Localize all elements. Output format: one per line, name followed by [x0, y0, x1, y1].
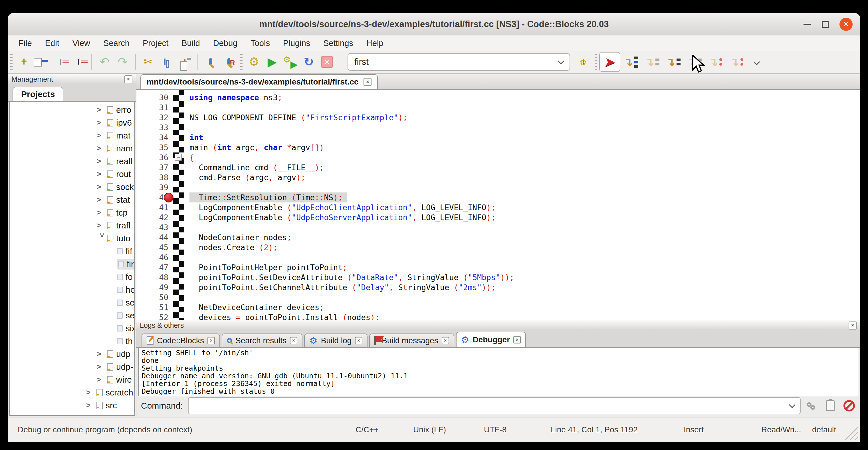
copy-button[interactable]	[157, 53, 176, 71]
tree-chevron-closed-icon[interactable]: >	[97, 195, 107, 204]
step-into-instruction-button[interactable]: ↴	[726, 52, 747, 72]
close-button[interactable]: ✕	[839, 18, 852, 31]
stop-button[interactable]	[841, 397, 857, 414]
code-line-49[interactable]: 49 pointToPoint.SetChannelAttribute ("De…	[136, 282, 860, 292]
build-and-run-button[interactable]: ⚙▶	[281, 53, 300, 71]
minimize-button[interactable]	[804, 24, 811, 25]
replace-button[interactable]: R	[220, 53, 238, 71]
find-button[interactable]	[202, 53, 220, 71]
tree-chevron-closed-icon[interactable]: >	[97, 157, 107, 166]
code-line-33[interactable]: 33	[136, 122, 860, 132]
tree-item-th[interactable]: th	[10, 335, 134, 348]
toolbar-drag-handle[interactable]	[10, 54, 12, 70]
code-line-43[interactable]: 43	[136, 222, 860, 233]
command-input[interactable]	[188, 397, 801, 414]
paste-button[interactable]	[176, 53, 194, 71]
log-tab-build-messages[interactable]: Build messages×	[369, 333, 454, 347]
tree-item-stat[interactable]: >stat	[10, 193, 134, 206]
code-line-41[interactable]: 41 LogComponentEnable ("UdpEchoClientApp…	[136, 203, 860, 212]
code-line-40[interactable]: 40 Time::SetResolution (Time::NS);	[136, 192, 860, 203]
code-line-32[interactable]: 32NS_LOG_COMPONENT_DEFINE ("FirstScriptE…	[136, 113, 860, 122]
build-target-select[interactable]: first	[347, 53, 570, 71]
tree-item-fif[interactable]: fif	[10, 245, 134, 258]
log-tab-code-blocks[interactable]: Code::Blocks×	[142, 333, 220, 347]
tree-item-se[interactable]: se	[10, 296, 134, 309]
log-tab-close-icon[interactable]: ×	[290, 337, 297, 344]
code-line-38[interactable]: 38 cmd.Parse (argc, argv);	[136, 173, 860, 182]
code-line-48[interactable]: 48 pointToPoint.SetDeviceAttribute ("Dat…	[136, 272, 860, 282]
next-instruction-button[interactable]: ↴	[705, 52, 726, 72]
code-line-50[interactable]: 50	[136, 292, 860, 302]
tree-item-udp-[interactable]: >udp-	[10, 360, 134, 373]
code-line-37[interactable]: 37 CommandLine cmd (__FILE__);	[136, 162, 860, 173]
debugger-output[interactable]: Setting SHELL to '/bin/sh'doneSetting br…	[138, 348, 858, 396]
resize-grip[interactable]	[842, 424, 858, 440]
command-dropdown-chevron-icon[interactable]	[789, 402, 796, 408]
tree-item-sock[interactable]: >sock	[10, 180, 134, 193]
code-line-52[interactable]: 52 devices = pointToPoint.Install (nodes…	[136, 312, 860, 320]
code-line-35[interactable]: 35main (int argc, char *argv[])	[136, 143, 860, 152]
logs-close-icon[interactable]: ×	[848, 322, 857, 330]
code-line-36[interactable]: 36{	[136, 152, 860, 162]
tree-chevron-closed-icon[interactable]: >	[97, 182, 107, 191]
toolbar-drag-handle[interactable]	[240, 54, 243, 70]
menu-build[interactable]: Build	[175, 38, 207, 48]
save-all-button[interactable]	[70, 53, 88, 71]
breakpoint-marker[interactable]	[164, 193, 174, 203]
tree-item-udp[interactable]: >udp	[10, 348, 134, 360]
code-line-45[interactable]: 45 nodes.Create (2);	[136, 242, 860, 252]
build-button[interactable]: ⚙	[245, 53, 263, 71]
code-line-44[interactable]: 44 NodeContainer nodes;	[136, 233, 860, 242]
editor-tab-close-icon[interactable]: ×	[364, 78, 372, 86]
tree-chevron-closed-icon[interactable]: >	[86, 401, 96, 410]
menu-project[interactable]: Project	[136, 38, 175, 48]
tree-item-reall[interactable]: >reall	[10, 155, 134, 168]
tree-item-rout[interactable]: >rout	[10, 168, 134, 180]
code-line-42[interactable]: 42 LogComponentEnable ("UdpEchoServerApp…	[136, 212, 860, 222]
save-file-button[interactable]	[51, 53, 70, 71]
tree-chevron-closed-icon[interactable]: >	[97, 221, 107, 230]
menu-edit[interactable]: Edit	[38, 38, 66, 48]
tree-chevron-closed-icon[interactable]: >	[97, 350, 107, 358]
menu-settings[interactable]: Settings	[317, 38, 360, 48]
log-tab-debugger[interactable]: ⚙Debugger×	[456, 332, 526, 347]
code-line-30[interactable]: 30using namespace ns3;	[136, 92, 860, 102]
title-bar[interactable]: mnt/dev/tools/source/ns-3-dev/examples/t…	[8, 13, 860, 35]
tree-item-mat[interactable]: >mat	[10, 129, 134, 142]
menu-help[interactable]: Help	[360, 38, 390, 48]
tree-chevron-closed-icon[interactable]: >	[97, 375, 107, 384]
tab-projects[interactable]: Projects	[12, 87, 63, 101]
tree-item-erro[interactable]: >erro	[10, 103, 134, 116]
run-button[interactable]: ▶	[263, 53, 281, 71]
clipboard-button[interactable]	[823, 397, 838, 414]
tree-item-nam[interactable]: >nam	[10, 142, 134, 155]
tree-item-ipv6[interactable]: >ipv6	[10, 116, 134, 129]
tree-item-fir[interactable]: fir	[10, 258, 134, 270]
open-file-button[interactable]	[33, 53, 51, 71]
menu-file[interactable]: File	[12, 38, 38, 48]
tree-item-src[interactable]: >src	[10, 399, 134, 412]
editor-tab[interactable]: mnt/dev/tools/source/ns-3-dev/examples/t…	[141, 74, 378, 89]
code-editor[interactable]: 30using namespace ns3;3132NS_LOG_COMPONE…	[136, 90, 860, 320]
tree-chevron-open-icon[interactable]: >	[98, 233, 106, 244]
new-file-button[interactable]: +	[15, 53, 33, 71]
tree-chevron-closed-icon[interactable]: >	[97, 170, 107, 178]
toolbar-drag-handle[interactable]	[595, 54, 597, 70]
tree-item-trafl[interactable]: >trafl	[10, 219, 134, 232]
tree-chevron-closed-icon[interactable]: >	[97, 144, 107, 153]
abort-button[interactable]: ×	[318, 53, 336, 71]
next-line-button[interactable]: ↴	[642, 52, 662, 72]
code-line-39[interactable]: 39	[136, 182, 860, 192]
tree-item-wire[interactable]: >wire	[10, 373, 134, 386]
tree-chevron-closed-icon[interactable]: >	[86, 388, 96, 397]
menu-view[interactable]: View	[66, 38, 97, 48]
log-tab-build-log[interactable]: ⚙Build log×	[304, 333, 368, 347]
undo-button[interactable]: ↶	[95, 53, 114, 71]
log-tab-search-results[interactable]: Search results×	[222, 333, 303, 347]
code-line-46[interactable]: 46	[136, 252, 860, 262]
debug-continue-button[interactable]: ➤	[599, 52, 620, 72]
tree-item-tcp[interactable]: >tcp	[10, 206, 134, 219]
tree-item-tuto[interactable]: >tuto	[10, 232, 134, 245]
cut-button[interactable]: ✂	[139, 53, 157, 71]
code-line-47[interactable]: 47 PointToPointHelper pointToPoint;	[136, 262, 860, 272]
